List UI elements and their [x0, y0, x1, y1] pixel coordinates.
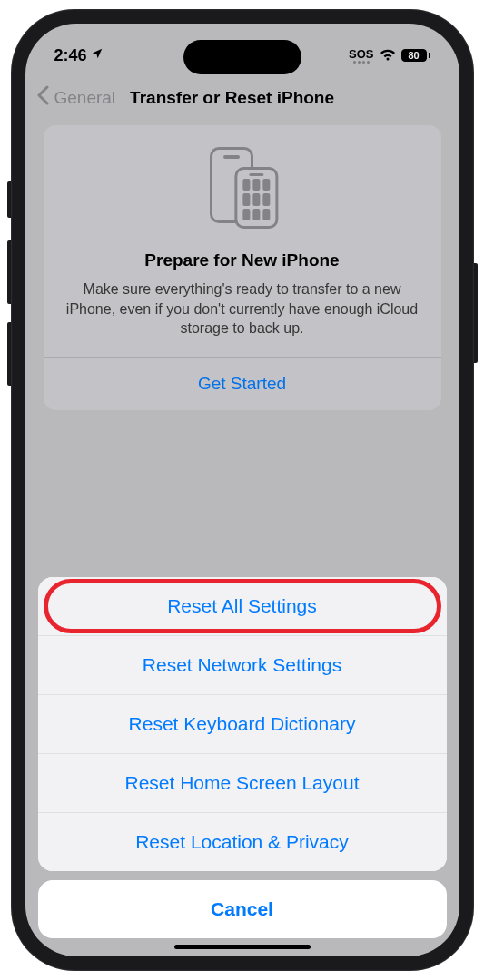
prepare-title: Prepare for New iPhone — [58, 250, 427, 270]
prepare-card: Prepare for New iPhone Make sure everyth… — [44, 125, 441, 410]
status-left: 2:46 — [54, 46, 104, 65]
reset-location-privacy-option[interactable]: Reset Location & Privacy — [38, 813, 447, 871]
battery-icon: 80 — [401, 49, 430, 62]
dynamic-island — [183, 40, 301, 74]
get-started-button[interactable]: Get Started — [58, 358, 427, 410]
side-button — [7, 181, 11, 218]
status-right: SOS 80 — [349, 47, 430, 64]
action-sheet: Reset All Settings Reset Network Setting… — [38, 577, 447, 938]
home-indicator[interactable] — [174, 945, 311, 949]
reset-home-screen-layout-option[interactable]: Reset Home Screen Layout — [38, 754, 447, 813]
location-arrow-icon — [91, 47, 104, 64]
volume-down-button — [7, 322, 11, 386]
page-title: Transfer or Reset iPhone — [130, 88, 334, 108]
phone-frame: 2:46 SOS 80 — [11, 9, 474, 971]
screen: 2:46 SOS 80 — [25, 24, 459, 956]
prepare-description: Make sure everything's ready to transfer… — [58, 279, 427, 338]
highlight-annotation — [44, 579, 441, 633]
back-button-label[interactable]: General — [54, 88, 116, 108]
status-time: 2:46 — [54, 46, 87, 65]
wifi-icon — [380, 49, 396, 62]
reset-all-settings-option[interactable]: Reset All Settings — [38, 577, 447, 636]
volume-up-button — [7, 240, 11, 304]
power-button — [474, 263, 478, 363]
action-sheet-group: Reset All Settings Reset Network Setting… — [38, 577, 447, 871]
device-transfer-icon — [58, 147, 427, 229]
reset-keyboard-dictionary-option[interactable]: Reset Keyboard Dictionary — [38, 695, 447, 754]
nav-bar: General Transfer or Reset iPhone — [25, 78, 459, 125]
content-area: Prepare for New iPhone Make sure everyth… — [25, 125, 459, 410]
sos-indicator: SOS — [349, 47, 373, 64]
back-chevron-icon[interactable] — [36, 85, 49, 111]
cancel-button[interactable]: Cancel — [38, 880, 447, 938]
reset-network-settings-option[interactable]: Reset Network Settings — [38, 636, 447, 695]
